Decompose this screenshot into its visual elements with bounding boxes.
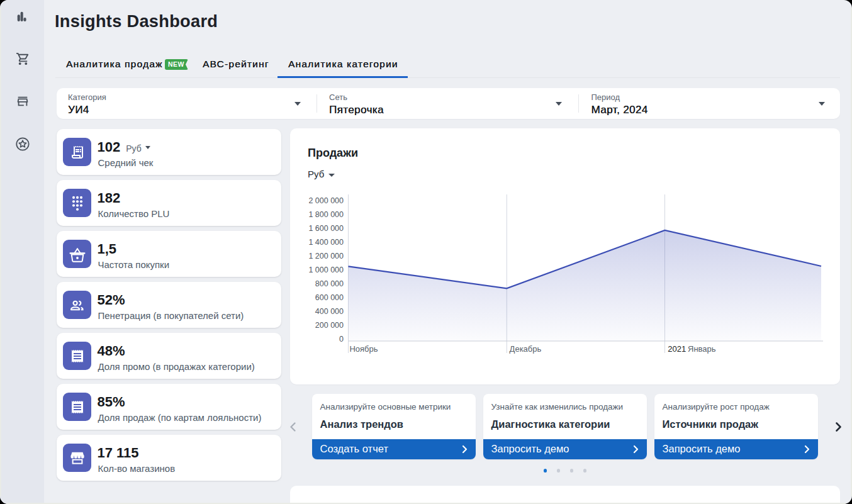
- svg-text:2021: 2021: [668, 344, 686, 354]
- svg-text:200 000: 200 000: [315, 321, 344, 330]
- svg-text:600 000: 600 000: [315, 293, 344, 302]
- svg-text:1 400 000: 1 400 000: [308, 238, 344, 247]
- svg-text:Ноябрь: Ноябрь: [349, 344, 378, 354]
- svg-text:Декабрь: Декабрь: [510, 344, 542, 354]
- svg-text:1 200 000: 1 200 000: [308, 252, 344, 260]
- svg-text:1 800 000: 1 800 000: [308, 210, 344, 219]
- svg-text:Январь: Январь: [688, 344, 716, 354]
- svg-text:1 600 000: 1 600 000: [308, 224, 344, 233]
- svg-text:1 000 000: 1 000 000: [308, 266, 344, 274]
- svg-text:400 000: 400 000: [315, 307, 344, 316]
- svg-text:800 000: 800 000: [315, 279, 344, 288]
- svg-text:2 000 000: 2 000 000: [308, 196, 344, 205]
- svg-text:0: 0: [339, 335, 344, 344]
